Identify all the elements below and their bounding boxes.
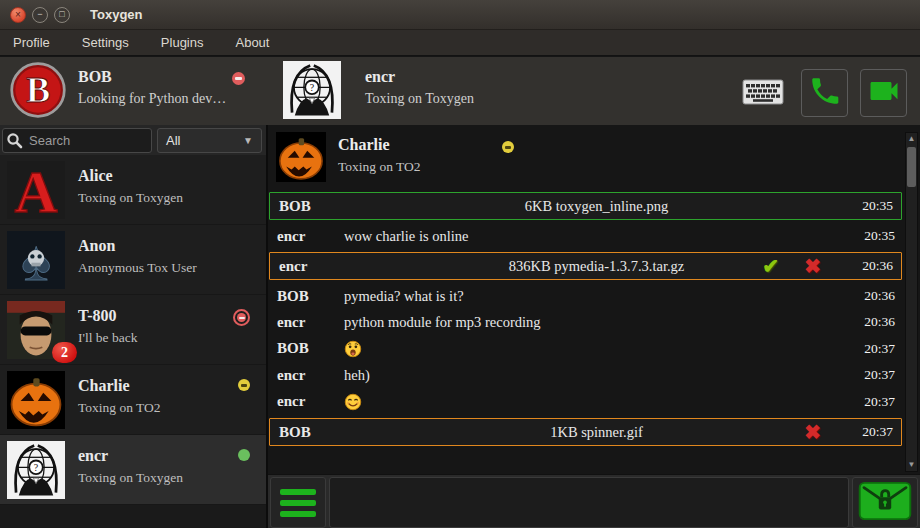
sidebar: All ▼ AAliceToxing on Toxygen♠AnonAnonym… bbox=[0, 125, 268, 528]
away-status-icon bbox=[502, 141, 514, 153]
message-sender: encr bbox=[268, 314, 344, 331]
message-text: wow charlie is online bbox=[344, 228, 849, 245]
send-encrypted-icon bbox=[858, 480, 912, 526]
file-transfer-row: BOB1KB spinner.gif✖20:37 bbox=[269, 418, 902, 446]
chat-friend-status-message: Toxing on TO2 bbox=[338, 159, 421, 175]
scroll-up-arrow-icon[interactable]: ▲ bbox=[906, 133, 917, 145]
window-title: Toxygen bbox=[90, 7, 143, 22]
keyboard-icon[interactable] bbox=[742, 79, 784, 105]
audio-call-button[interactable] bbox=[801, 69, 848, 117]
message-list: BOB6KB toxygen_inline.png20:35encrwow ch… bbox=[268, 192, 903, 446]
cancel-file-icon[interactable]: ✖ bbox=[804, 420, 821, 444]
contact-row-charlie[interactable]: CharlieToxing on TO2 bbox=[0, 365, 266, 435]
message-time: 20:35 bbox=[847, 198, 901, 214]
message-sender: BOB bbox=[268, 288, 344, 305]
chevron-down-icon: ▼ bbox=[243, 135, 253, 146]
hamburger-menu-icon bbox=[280, 489, 316, 495]
file-transfer-row: encr836KB pymedia-1.3.7.3.tar.gz✔✖20:36 bbox=[269, 252, 902, 280]
message-row: encrwow charlie is online20:35 bbox=[268, 223, 903, 249]
message-text: pymedia? what is it? bbox=[344, 288, 849, 305]
video-camera-icon bbox=[866, 73, 902, 113]
message-row: BOBpymedia? what is it?20:36 bbox=[268, 283, 903, 309]
cancel-file-icon[interactable]: ✖ bbox=[804, 254, 821, 278]
active-friend-profile: ? encr Toxing on Toxygen bbox=[283, 57, 583, 125]
header: B BOB Looking for Python dev… ? encr Tox… bbox=[0, 57, 920, 125]
video-call-button[interactable] bbox=[860, 69, 907, 117]
busy-status-icon[interactable] bbox=[232, 72, 245, 85]
accept-file-icon[interactable]: ✔ bbox=[762, 254, 779, 278]
menu-profile[interactable]: Profile bbox=[13, 35, 50, 50]
chat-friend-name: Charlie bbox=[338, 136, 390, 154]
self-avatar: B bbox=[9, 60, 67, 120]
file-transfer-row: BOB6KB toxygen_inline.png20:35 bbox=[269, 192, 902, 220]
online-status-icon bbox=[238, 449, 250, 461]
self-profile[interactable]: B BOB Looking for Python dev… bbox=[0, 57, 268, 125]
file-transfer-label: 1KB spinner.gif bbox=[346, 424, 847, 441]
menu-about[interactable]: About bbox=[235, 35, 269, 50]
message-row: BOB20:37 bbox=[268, 335, 903, 362]
scrollbar-thumb[interactable] bbox=[907, 147, 916, 187]
attach-menu-button[interactable] bbox=[270, 477, 326, 528]
unread-count-badge: 2 bbox=[52, 342, 77, 363]
menubar: Profile Settings Plugins About bbox=[0, 30, 920, 56]
contact-row-encr[interactable]: ?encrToxing on Toxygen bbox=[0, 435, 266, 505]
search-icon bbox=[6, 132, 23, 153]
minimize-icon[interactable]: − bbox=[32, 7, 48, 23]
contact-status-message: Toxing on Toxygen bbox=[78, 190, 183, 206]
chat-friend-header: Charlie Toxing on TO2 bbox=[274, 130, 903, 186]
maximize-icon[interactable]: □ bbox=[54, 7, 70, 23]
contact-name: Anon bbox=[78, 237, 115, 255]
anonymous-avatar: ? bbox=[7, 438, 65, 502]
message-sender: encr bbox=[268, 393, 344, 410]
menu-settings[interactable]: Settings bbox=[82, 35, 129, 50]
scroll-down-arrow-icon[interactable]: ▼ bbox=[906, 459, 917, 471]
svg-text:?: ? bbox=[310, 82, 315, 93]
self-name: BOB bbox=[78, 68, 112, 86]
menu-plugins[interactable]: Plugins bbox=[161, 35, 204, 50]
svg-text:B: B bbox=[26, 70, 50, 110]
busy-status-icon bbox=[233, 309, 250, 326]
search-row: All ▼ bbox=[0, 125, 266, 155]
message-time: 20:36 bbox=[847, 258, 901, 274]
svg-text:?: ? bbox=[34, 462, 39, 473]
svg-text:A: A bbox=[14, 159, 57, 222]
message-sender: encr bbox=[268, 228, 344, 245]
message-row: encrpython module for mp3 recording20:36 bbox=[268, 309, 903, 335]
message-time: 20:36 bbox=[849, 288, 903, 304]
contact-list: AAliceToxing on Toxygen♠AnonAnonymous To… bbox=[0, 155, 266, 528]
message-sender: BOB bbox=[268, 340, 344, 357]
chat-scrollbar[interactable]: ▲ ▼ bbox=[905, 132, 918, 472]
letter-a-avatar: A bbox=[7, 158, 65, 222]
message-sender: BOB bbox=[270, 424, 346, 441]
emoji-astonished-icon bbox=[344, 340, 849, 358]
message-time: 20:37 bbox=[849, 341, 903, 357]
toxygen-window: × − □ Toxygen Profile Settings Plugins A… bbox=[0, 0, 920, 528]
away-status-icon bbox=[238, 379, 250, 391]
message-sender: encr bbox=[268, 367, 344, 384]
active-friend-status-message: Toxing on Toxygen bbox=[365, 91, 474, 107]
contact-row-t-800[interactable]: T-800I'll be back2 bbox=[0, 295, 266, 365]
contact-row-alice[interactable]: AAliceToxing on Toxygen bbox=[0, 155, 266, 225]
message-time: 20:36 bbox=[849, 314, 903, 330]
contact-status-message: Toxing on Toxygen bbox=[78, 470, 183, 486]
contact-status-message: Anonymous Tox User bbox=[78, 260, 197, 276]
message-input[interactable] bbox=[329, 477, 849, 528]
message-time: 20:35 bbox=[849, 228, 903, 244]
search-input[interactable] bbox=[2, 128, 152, 153]
pumpkin-avatar bbox=[7, 368, 65, 432]
contact-filter-value: All bbox=[166, 133, 180, 148]
message-time: 20:37 bbox=[847, 424, 901, 440]
message-time: 20:37 bbox=[849, 367, 903, 383]
contact-row-anon[interactable]: ♠AnonAnonymous Tox User bbox=[0, 225, 266, 295]
contact-name: encr bbox=[78, 447, 108, 465]
close-icon[interactable]: × bbox=[10, 7, 26, 23]
emoji-smiling-icon bbox=[344, 393, 849, 411]
send-message-button[interactable] bbox=[852, 477, 918, 528]
contact-status-message: I'll be back bbox=[78, 330, 137, 346]
message-row: encrheh)20:37 bbox=[268, 362, 903, 388]
file-transfer-label: 6KB toxygen_inline.png bbox=[346, 198, 847, 215]
message-sender: BOB bbox=[270, 198, 346, 215]
message-row: encr20:37 bbox=[268, 388, 903, 415]
contact-filter-select[interactable]: All ▼ bbox=[157, 128, 262, 153]
message-text: python module for mp3 recording bbox=[344, 314, 849, 331]
